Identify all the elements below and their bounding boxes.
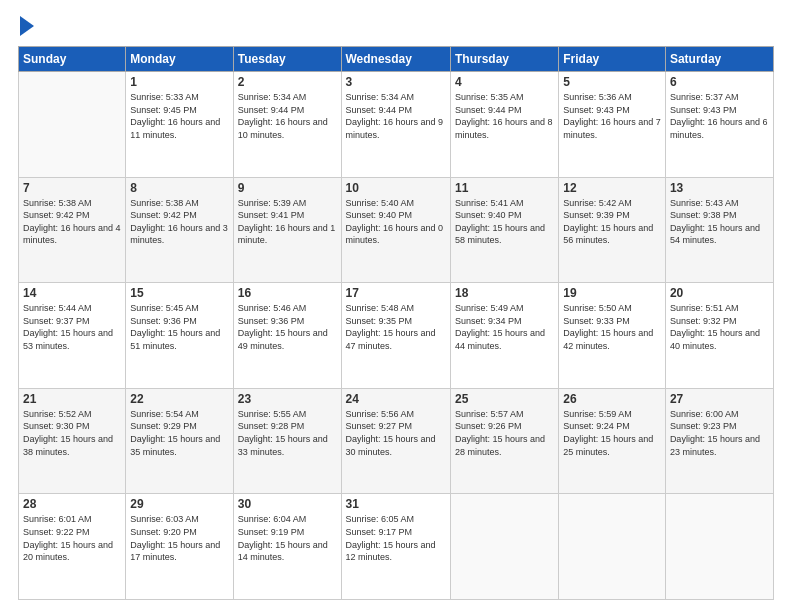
day-number: 11 — [455, 181, 554, 195]
day-number: 24 — [346, 392, 446, 406]
calendar-cell: 4Sunrise: 5:35 AM Sunset: 9:44 PM Daylig… — [450, 72, 558, 178]
day-number: 4 — [455, 75, 554, 89]
week-row-2: 7Sunrise: 5:38 AM Sunset: 9:42 PM Daylig… — [19, 177, 774, 283]
day-info: Sunrise: 6:03 AM Sunset: 9:20 PM Dayligh… — [130, 513, 228, 563]
week-row-4: 21Sunrise: 5:52 AM Sunset: 9:30 PM Dayli… — [19, 388, 774, 494]
calendar-cell: 20Sunrise: 5:51 AM Sunset: 9:32 PM Dayli… — [665, 283, 773, 389]
day-info: Sunrise: 6:01 AM Sunset: 9:22 PM Dayligh… — [23, 513, 121, 563]
day-number: 27 — [670, 392, 769, 406]
calendar-cell: 23Sunrise: 5:55 AM Sunset: 9:28 PM Dayli… — [233, 388, 341, 494]
logo-arrow-icon — [20, 16, 34, 36]
day-info: Sunrise: 5:45 AM Sunset: 9:36 PM Dayligh… — [130, 302, 228, 352]
calendar-cell: 25Sunrise: 5:57 AM Sunset: 9:26 PM Dayli… — [450, 388, 558, 494]
day-info: Sunrise: 5:39 AM Sunset: 9:41 PM Dayligh… — [238, 197, 337, 247]
calendar-cell: 12Sunrise: 5:42 AM Sunset: 9:39 PM Dayli… — [559, 177, 666, 283]
day-number: 14 — [23, 286, 121, 300]
day-info: Sunrise: 5:48 AM Sunset: 9:35 PM Dayligh… — [346, 302, 446, 352]
day-number: 29 — [130, 497, 228, 511]
day-info: Sunrise: 5:55 AM Sunset: 9:28 PM Dayligh… — [238, 408, 337, 458]
day-number: 8 — [130, 181, 228, 195]
day-number: 6 — [670, 75, 769, 89]
day-number: 13 — [670, 181, 769, 195]
calendar-cell: 6Sunrise: 5:37 AM Sunset: 9:43 PM Daylig… — [665, 72, 773, 178]
day-info: Sunrise: 5:54 AM Sunset: 9:29 PM Dayligh… — [130, 408, 228, 458]
calendar-cell: 29Sunrise: 6:03 AM Sunset: 9:20 PM Dayli… — [126, 494, 233, 600]
day-number: 3 — [346, 75, 446, 89]
calendar-cell — [450, 494, 558, 600]
week-row-3: 14Sunrise: 5:44 AM Sunset: 9:37 PM Dayli… — [19, 283, 774, 389]
calendar-cell: 24Sunrise: 5:56 AM Sunset: 9:27 PM Dayli… — [341, 388, 450, 494]
calendar-cell: 7Sunrise: 5:38 AM Sunset: 9:42 PM Daylig… — [19, 177, 126, 283]
day-info: Sunrise: 5:41 AM Sunset: 9:40 PM Dayligh… — [455, 197, 554, 247]
day-info: Sunrise: 5:35 AM Sunset: 9:44 PM Dayligh… — [455, 91, 554, 141]
calendar-cell: 18Sunrise: 5:49 AM Sunset: 9:34 PM Dayli… — [450, 283, 558, 389]
day-number: 25 — [455, 392, 554, 406]
calendar-cell: 5Sunrise: 5:36 AM Sunset: 9:43 PM Daylig… — [559, 72, 666, 178]
day-info: Sunrise: 5:52 AM Sunset: 9:30 PM Dayligh… — [23, 408, 121, 458]
day-info: Sunrise: 5:44 AM Sunset: 9:37 PM Dayligh… — [23, 302, 121, 352]
weekday-header-thursday: Thursday — [450, 47, 558, 72]
day-info: Sunrise: 5:46 AM Sunset: 9:36 PM Dayligh… — [238, 302, 337, 352]
day-number: 23 — [238, 392, 337, 406]
calendar-cell: 13Sunrise: 5:43 AM Sunset: 9:38 PM Dayli… — [665, 177, 773, 283]
day-info: Sunrise: 6:00 AM Sunset: 9:23 PM Dayligh… — [670, 408, 769, 458]
day-number: 9 — [238, 181, 337, 195]
day-number: 15 — [130, 286, 228, 300]
calendar-cell: 11Sunrise: 5:41 AM Sunset: 9:40 PM Dayli… — [450, 177, 558, 283]
calendar-table: SundayMondayTuesdayWednesdayThursdayFrid… — [18, 46, 774, 600]
day-info: Sunrise: 5:50 AM Sunset: 9:33 PM Dayligh… — [563, 302, 661, 352]
day-info: Sunrise: 5:57 AM Sunset: 9:26 PM Dayligh… — [455, 408, 554, 458]
weekday-header-saturday: Saturday — [665, 47, 773, 72]
day-number: 28 — [23, 497, 121, 511]
weekday-header-wednesday: Wednesday — [341, 47, 450, 72]
day-number: 19 — [563, 286, 661, 300]
day-info: Sunrise: 5:56 AM Sunset: 9:27 PM Dayligh… — [346, 408, 446, 458]
calendar-page: SundayMondayTuesdayWednesdayThursdayFrid… — [0, 0, 792, 612]
calendar-cell: 17Sunrise: 5:48 AM Sunset: 9:35 PM Dayli… — [341, 283, 450, 389]
day-number: 10 — [346, 181, 446, 195]
day-number: 1 — [130, 75, 228, 89]
calendar-cell: 21Sunrise: 5:52 AM Sunset: 9:30 PM Dayli… — [19, 388, 126, 494]
day-number: 17 — [346, 286, 446, 300]
day-info: Sunrise: 5:49 AM Sunset: 9:34 PM Dayligh… — [455, 302, 554, 352]
day-number: 16 — [238, 286, 337, 300]
calendar-cell: 28Sunrise: 6:01 AM Sunset: 9:22 PM Dayli… — [19, 494, 126, 600]
day-info: Sunrise: 5:36 AM Sunset: 9:43 PM Dayligh… — [563, 91, 661, 141]
week-row-5: 28Sunrise: 6:01 AM Sunset: 9:22 PM Dayli… — [19, 494, 774, 600]
weekday-header-friday: Friday — [559, 47, 666, 72]
day-number: 26 — [563, 392, 661, 406]
calendar-cell: 22Sunrise: 5:54 AM Sunset: 9:29 PM Dayli… — [126, 388, 233, 494]
calendar-cell: 1Sunrise: 5:33 AM Sunset: 9:45 PM Daylig… — [126, 72, 233, 178]
day-number: 21 — [23, 392, 121, 406]
day-number: 20 — [670, 286, 769, 300]
day-number: 22 — [130, 392, 228, 406]
calendar-cell: 26Sunrise: 5:59 AM Sunset: 9:24 PM Dayli… — [559, 388, 666, 494]
day-number: 18 — [455, 286, 554, 300]
calendar-cell: 10Sunrise: 5:40 AM Sunset: 9:40 PM Dayli… — [341, 177, 450, 283]
calendar-cell — [665, 494, 773, 600]
day-info: Sunrise: 5:51 AM Sunset: 9:32 PM Dayligh… — [670, 302, 769, 352]
day-info: Sunrise: 5:43 AM Sunset: 9:38 PM Dayligh… — [670, 197, 769, 247]
calendar-cell: 16Sunrise: 5:46 AM Sunset: 9:36 PM Dayli… — [233, 283, 341, 389]
calendar-cell: 3Sunrise: 5:34 AM Sunset: 9:44 PM Daylig… — [341, 72, 450, 178]
day-info: Sunrise: 5:33 AM Sunset: 9:45 PM Dayligh… — [130, 91, 228, 141]
calendar-cell: 14Sunrise: 5:44 AM Sunset: 9:37 PM Dayli… — [19, 283, 126, 389]
day-info: Sunrise: 5:38 AM Sunset: 9:42 PM Dayligh… — [130, 197, 228, 247]
calendar-cell: 2Sunrise: 5:34 AM Sunset: 9:44 PM Daylig… — [233, 72, 341, 178]
week-row-1: 1Sunrise: 5:33 AM Sunset: 9:45 PM Daylig… — [19, 72, 774, 178]
day-number: 12 — [563, 181, 661, 195]
day-number: 31 — [346, 497, 446, 511]
day-number: 2 — [238, 75, 337, 89]
calendar-cell — [559, 494, 666, 600]
day-info: Sunrise: 5:38 AM Sunset: 9:42 PM Dayligh… — [23, 197, 121, 247]
calendar-cell: 31Sunrise: 6:05 AM Sunset: 9:17 PM Dayli… — [341, 494, 450, 600]
calendar-cell: 27Sunrise: 6:00 AM Sunset: 9:23 PM Dayli… — [665, 388, 773, 494]
day-info: Sunrise: 5:42 AM Sunset: 9:39 PM Dayligh… — [563, 197, 661, 247]
weekday-header-row: SundayMondayTuesdayWednesdayThursdayFrid… — [19, 47, 774, 72]
weekday-header-tuesday: Tuesday — [233, 47, 341, 72]
weekday-header-sunday: Sunday — [19, 47, 126, 72]
calendar-cell: 19Sunrise: 5:50 AM Sunset: 9:33 PM Dayli… — [559, 283, 666, 389]
calendar-cell: 8Sunrise: 5:38 AM Sunset: 9:42 PM Daylig… — [126, 177, 233, 283]
calendar-cell: 9Sunrise: 5:39 AM Sunset: 9:41 PM Daylig… — [233, 177, 341, 283]
logo — [18, 18, 34, 36]
